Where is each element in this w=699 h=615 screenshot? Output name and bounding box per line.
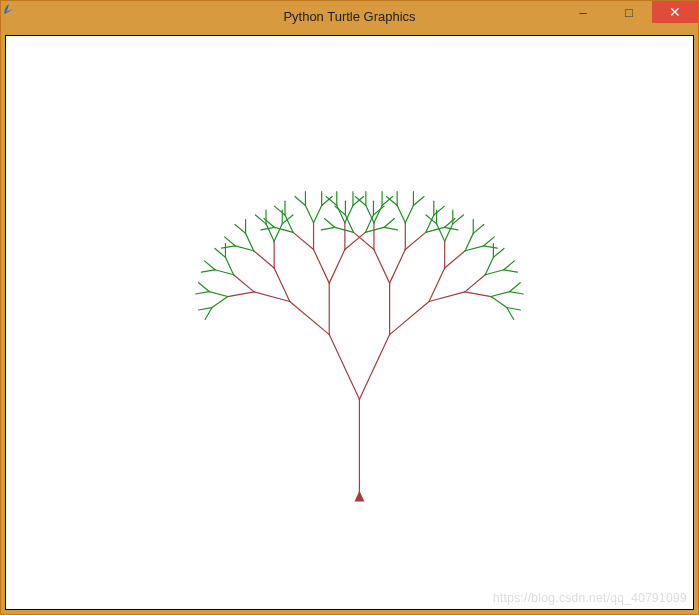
branch-segment [366,205,374,222]
branch-segment [355,197,366,206]
branch-segment [295,197,306,206]
branch-segment [215,270,234,275]
branch-segment [510,283,521,292]
branch-segment [426,227,445,232]
turtle-cursor-icon [354,491,364,502]
branch-segment [329,250,345,284]
branch-segment [324,219,335,228]
minimize-button[interactable]: – [560,1,606,23]
branch-segment [234,275,254,292]
app-window: Python Turtle Graphics – □ ✕ https://blo… [0,0,699,615]
branch-segment [465,246,484,251]
branch-segment [345,215,353,232]
branch-segment [222,246,236,248]
branch-segment [198,308,212,310]
client-area: https://blog.csdn.net/qq_40791099 [5,35,694,610]
branch-segment [225,257,233,274]
branch-segment [485,270,504,275]
branch-segment [429,268,445,302]
branch-segment [390,301,429,334]
branch-segment [445,251,465,268]
branch-segment [225,237,236,246]
branch-segment [473,224,484,233]
branch-segment [199,283,210,292]
branch-segment [305,205,313,222]
window-controls: – □ ✕ [560,1,698,23]
branch-segment [274,224,282,241]
turtle-app-icon [9,7,27,25]
branch-segment [365,227,384,232]
branch-segment [274,268,290,302]
branch-segment [465,233,473,250]
branch-segment [314,250,330,284]
branch-segment [235,224,246,233]
branch-segment [384,219,395,228]
branch-segment [201,270,215,272]
branch-segment [429,292,465,302]
branch-segment [228,292,254,297]
branch-segment [437,224,445,241]
branch-segment [374,250,390,284]
branch-segment [246,233,254,250]
branch-segment [354,232,374,249]
branch-segment [205,308,212,320]
branch-segment [215,248,226,257]
branch-segment [345,205,353,222]
branch-segment [397,205,405,222]
branch-segment [359,335,389,400]
branch-segment [254,251,274,268]
branch-segment [235,246,254,251]
branch-segment [335,227,354,232]
branch-segment [329,335,359,400]
branch-segment [507,308,521,310]
titlebar[interactable]: Python Turtle Graphics – □ ✕ [1,1,698,31]
branch-segment [254,292,290,302]
branch-segment [504,261,515,270]
branch-segment [274,206,285,215]
branch-segment [413,197,424,206]
branch-segment [384,227,398,229]
branch-segment [484,246,498,248]
branch-segment [426,215,437,224]
branch-segment [293,232,313,249]
branch-segment [365,215,373,232]
close-button[interactable]: ✕ [652,1,698,23]
branch-segment [485,257,493,274]
branch-segment [510,292,524,294]
branch-segment [493,248,504,257]
turtle-canvas [12,42,687,603]
branch-segment [290,301,329,334]
branch-segment [204,261,215,270]
branch-segment [491,292,510,297]
branch-segment [484,237,495,246]
branch-segment [314,205,322,222]
branch-segment [434,206,445,215]
branch-segment [504,270,518,272]
branch-segment [507,308,514,320]
fractal-tree [12,42,687,603]
branch-segment [465,275,485,292]
branch-segment [212,297,228,308]
branch-segment [405,232,425,249]
branch-segment [209,292,228,297]
branch-segment [465,292,491,297]
branch-segment [196,292,210,294]
branch-segment [390,250,406,284]
branch-segment [345,232,365,249]
branch-segment [353,197,364,206]
branch-segment [405,205,413,222]
maximize-button[interactable]: □ [606,1,652,23]
branch-segment [275,227,294,232]
branch-segment [321,227,335,229]
branch-segment [491,297,507,308]
